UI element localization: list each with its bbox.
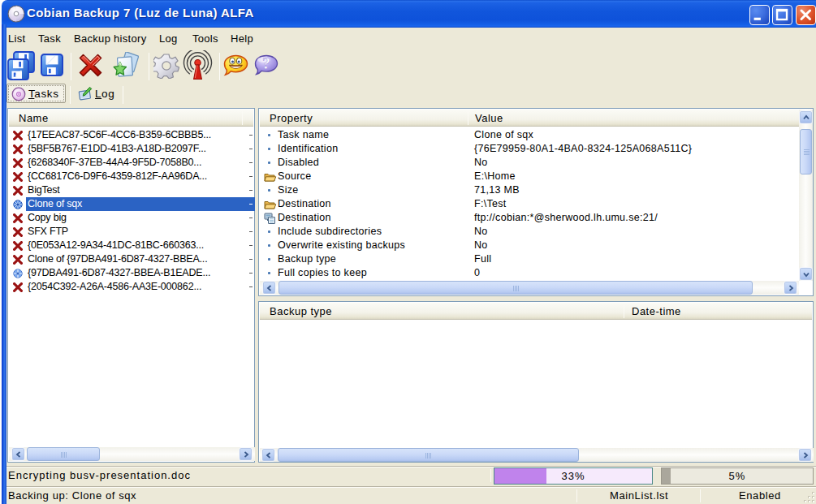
svg-text:?: ? [262, 54, 270, 72]
